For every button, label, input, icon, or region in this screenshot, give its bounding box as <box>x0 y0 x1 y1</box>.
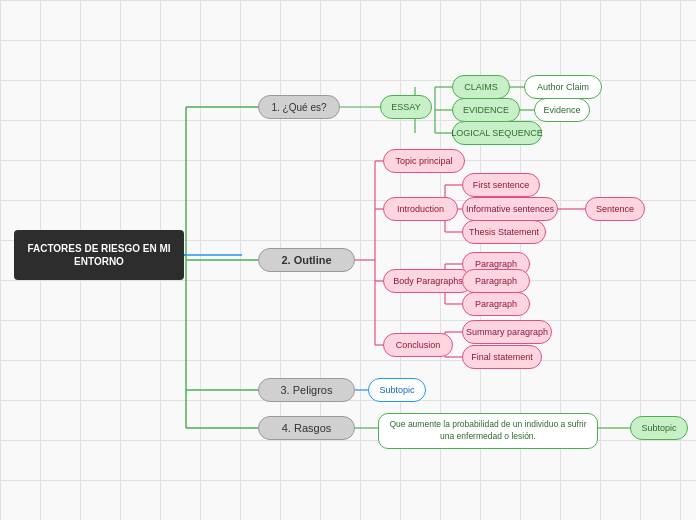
node-evidence[interactable]: EVIDENCE <box>452 98 520 122</box>
node-subtopic2[interactable]: Subtopic <box>630 416 688 440</box>
node-sentence[interactable]: Sentence <box>585 197 645 221</box>
node-logical-sequence[interactable]: LOGICAL SEQUENCE <box>452 121 542 145</box>
node-introduction[interactable]: Introduction <box>383 197 458 221</box>
node-summary-paragraph[interactable]: Summary paragraph <box>462 320 552 344</box>
node-topic-principal[interactable]: Topic principal <box>383 149 465 173</box>
node-qes[interactable]: 1. ¿Qué es? <box>258 95 340 119</box>
node-essay[interactable]: ESSAY <box>380 95 432 119</box>
central-node: FACTORES DE RIESGO EN MI ENTORNO <box>14 230 184 280</box>
node-author-claim[interactable]: Author Claim <box>524 75 602 99</box>
node-subtopic1[interactable]: Subtopic <box>368 378 426 402</box>
node-evidence2[interactable]: Evidence <box>534 98 590 122</box>
node-paragraph3[interactable]: Paragraph <box>462 292 530 316</box>
node-informative-sentences[interactable]: Informative sentences <box>462 197 558 221</box>
node-body-paragraphs[interactable]: Body Paragraphs <box>383 269 473 293</box>
node-conclusion[interactable]: Conclusion <box>383 333 453 357</box>
node-rasgos-desc: Que aumente la probabilidad de un indivi… <box>378 413 598 449</box>
node-thesis-statement[interactable]: Thesis Statement <box>462 220 546 244</box>
node-outline[interactable]: 2. Outline <box>258 248 355 272</box>
node-rasgos[interactable]: 4. Rasgos <box>258 416 355 440</box>
node-first-sentence[interactable]: First sentence <box>462 173 540 197</box>
node-claims[interactable]: CLAIMS <box>452 75 510 99</box>
node-paragraph2[interactable]: Paragraph <box>462 269 530 293</box>
node-final-statement[interactable]: Final statement <box>462 345 542 369</box>
node-peligros[interactable]: 3. Peligros <box>258 378 355 402</box>
